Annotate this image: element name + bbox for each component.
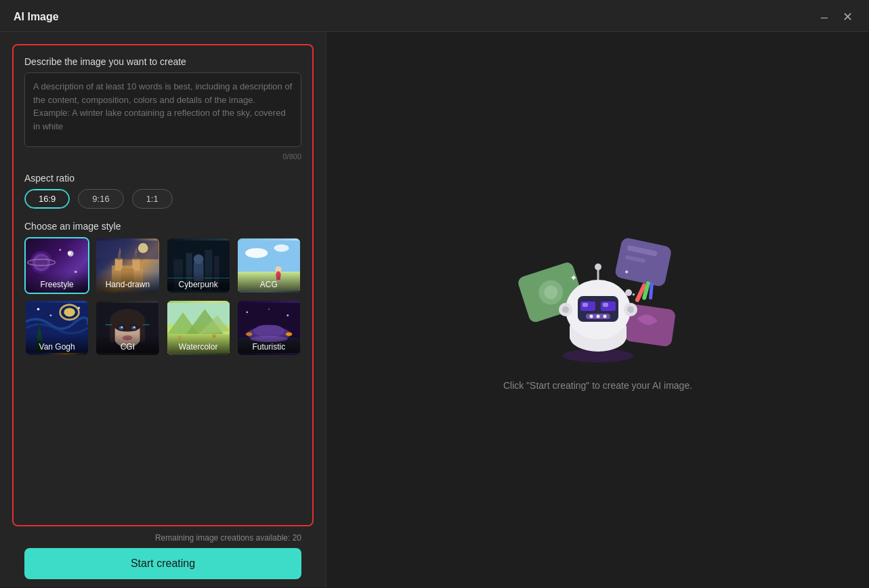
svg-point-16 (138, 243, 148, 253)
svg-point-93 (603, 315, 606, 318)
svg-point-104 (627, 291, 630, 294)
svg-point-51 (133, 327, 135, 329)
style-card-cgi[interactable]: CGI (95, 299, 160, 356)
style-label-van-gogh: Van Gogh (26, 334, 88, 355)
svg-point-91 (589, 315, 593, 318)
svg-point-72 (268, 308, 270, 310)
style-label-freestyle: Freestyle (26, 272, 88, 293)
style-label-cyberpunk: Cyberpunk (167, 272, 230, 293)
svg-point-29 (274, 245, 289, 252)
char-count: 0/800 (24, 152, 301, 161)
style-label-hand-drawn: Hand-drawn (96, 272, 158, 293)
aspect-btn-16-9[interactable]: 16:9 (24, 189, 70, 209)
svg-text:✦: ✦ (624, 268, 629, 276)
svg-text:✦: ✦ (570, 272, 578, 283)
svg-point-4 (68, 251, 72, 255)
style-card-hand-drawn[interactable]: Hand-drawn (95, 237, 160, 294)
describe-section: Describe the image you want to create 0/… (24, 56, 301, 161)
svg-point-6 (59, 249, 61, 251)
svg-rect-88 (582, 303, 588, 307)
style-label-acg: ACG (238, 272, 300, 293)
svg-text:●: ● (632, 291, 635, 297)
window-title: AI Image (14, 11, 59, 23)
style-label-futuristic: Futuristic (238, 334, 300, 355)
style-card-van-gogh[interactable]: Van Gogh (24, 299, 89, 356)
right-panel: ✦ ✦ ● Click "Start creating" to create y… (326, 32, 869, 587)
minimize-button[interactable]: – (818, 9, 830, 24)
left-panel-inner: Describe the image you want to create 0/… (12, 44, 314, 526)
right-hint: Click "Start creating" to create your AI… (503, 380, 692, 391)
aspect-ratio-section: Aspect ratio 16:9 9:16 1:1 (24, 173, 301, 209)
svg-point-28 (245, 248, 268, 258)
style-label-watercolor: Watercolor (167, 334, 230, 355)
svg-point-97 (627, 306, 634, 313)
style-card-futuristic[interactable]: Futuristic (236, 299, 301, 356)
aspect-btn-1-1[interactable]: 1:1 (132, 189, 173, 209)
remaining-text: Remaining image creations available: 20 (24, 533, 301, 543)
style-card-acg[interactable]: ACG (236, 237, 301, 294)
image-style-section: Choose an image style (24, 221, 301, 356)
prompt-textarea[interactable] (24, 72, 301, 147)
start-creating-button[interactable]: Start creating (24, 548, 301, 579)
svg-point-25 (193, 254, 203, 264)
robot-illustration: ✦ ✦ ● (510, 228, 686, 364)
svg-point-38 (78, 307, 81, 310)
main-layout: Describe the image you want to create 0/… (0, 32, 869, 587)
bottom-area: Remaining image creations available: 20 … (12, 526, 314, 579)
svg-point-37 (50, 314, 52, 316)
style-label: Choose an image style (24, 221, 301, 232)
aspect-buttons: 16:9 9:16 1:1 (24, 189, 301, 209)
title-bar: AI Image – ✕ (0, 0, 869, 32)
style-label-cgi: CGI (96, 334, 158, 355)
svg-point-71 (246, 312, 248, 314)
aspect-btn-9-16[interactable]: 9:16 (78, 189, 123, 209)
style-card-cyberpunk[interactable]: Cyberpunk (166, 237, 231, 294)
svg-rect-89 (603, 303, 608, 307)
svg-rect-15 (96, 240, 158, 259)
svg-point-73 (287, 314, 289, 316)
left-panel: Describe the image you want to create 0/… (0, 32, 326, 587)
title-bar-controls: – ✕ (818, 9, 855, 24)
svg-point-35 (64, 308, 75, 316)
style-grid: Freestyle (24, 237, 301, 356)
svg-point-99 (595, 264, 601, 270)
aspect-ratio-label: Aspect ratio (24, 173, 301, 184)
robot-svg: ✦ ✦ ● (510, 228, 686, 364)
svg-rect-26 (238, 240, 300, 272)
svg-point-36 (37, 308, 40, 310)
close-button[interactable]: ✕ (840, 9, 855, 24)
svg-point-95 (562, 306, 569, 313)
svg-point-2 (35, 256, 47, 268)
svg-point-50 (121, 327, 123, 329)
svg-point-43 (110, 309, 146, 331)
style-card-watercolor[interactable]: Watercolor (166, 299, 231, 356)
svg-point-92 (596, 315, 599, 318)
style-card-freestyle[interactable]: Freestyle (24, 237, 89, 294)
describe-label: Describe the image you want to create (24, 56, 301, 67)
